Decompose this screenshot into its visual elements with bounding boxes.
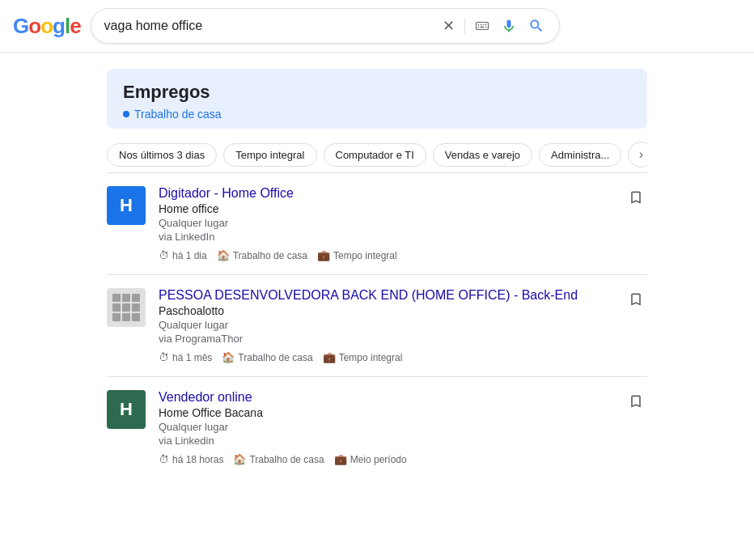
job-title-1[interactable]: Digitador - Home Office — [159, 186, 612, 201]
filter-chip-5[interactable]: Administra... — [539, 143, 621, 167]
job-info-3: Vendedor online Home Office Bacana Qualq… — [159, 390, 612, 465]
meta-type-2: 💼 Tempo integral — [323, 351, 403, 363]
svg-rect-1 — [477, 24, 479, 26]
job-company-3: Home Office Bacana — [159, 406, 612, 419]
house-icon: 🏠 — [222, 351, 235, 363]
header: Google ✕ — [0, 0, 754, 53]
main-content: Empregos Trabalho de casa Nos últimos 3 … — [94, 53, 660, 494]
house-icon: 🏠 — [217, 249, 230, 261]
job-location-3: Qualquer lugar — [159, 421, 612, 433]
bag-icon: 💼 — [334, 453, 347, 465]
clock-icon: ⏱ — [159, 351, 169, 363]
search-input[interactable] — [104, 19, 433, 33]
job-source-3: via Linkedin — [159, 435, 612, 447]
bag-icon: 💼 — [317, 249, 330, 261]
divider — [464, 18, 465, 34]
svg-rect-4 — [485, 24, 486, 26]
svg-rect-3 — [482, 24, 484, 26]
jobs-subtitle-text: Trabalho de casa — [134, 108, 222, 121]
search-bar: ✕ — [91, 8, 560, 44]
svg-rect-6 — [480, 27, 484, 28]
meta-work-2: 🏠 Trabalho de casa — [222, 351, 312, 363]
job-meta-1: ⏱ há 1 dia 🏠 Trabalho de casa 💼 Tempo in… — [159, 249, 612, 261]
bookmark-button-3[interactable] — [625, 390, 647, 417]
blue-dot — [123, 111, 129, 117]
logo-grid — [107, 288, 146, 327]
filter-chip-2[interactable]: Tempo integral — [223, 143, 316, 167]
clear-button[interactable]: ✕ — [441, 15, 456, 36]
meta-work-3: 🏠 Trabalho de casa — [233, 453, 324, 465]
meta-type-1: 💼 Tempo integral — [317, 249, 397, 261]
jobs-panel: Empregos Trabalho de casa — [107, 69, 647, 129]
job-source-1: via LinkedIn — [159, 231, 612, 243]
filter-chip-4[interactable]: Vendas e varejo — [433, 143, 532, 167]
meta-type-3: 💼 Meio período — [334, 453, 407, 465]
table-row: H Digitador - Home Office Home office Qu… — [107, 172, 647, 274]
meta-work-1: 🏠 Trabalho de casa — [217, 249, 307, 261]
meta-time-2: ⏱ há 1 mês — [159, 351, 212, 363]
job-location-2: Qualquer lugar — [159, 319, 612, 331]
table-row: H Vendedor online Home Office Bacana Qua… — [107, 376, 647, 478]
job-company-2: Paschoalotto — [159, 304, 612, 317]
clock-icon: ⏱ — [159, 453, 169, 465]
house-icon: 🏠 — [233, 453, 246, 465]
job-company-1: Home office — [159, 202, 612, 215]
job-meta-3: ⏱ há 18 horas 🏠 Trabalho de casa 💼 Meio … — [159, 453, 612, 465]
svg-rect-5 — [477, 27, 479, 28]
job-info-2: PESSOA DESENVOLVEDORA BACK END (HOME OFF… — [159, 288, 612, 363]
filter-chip-1[interactable]: Nos últimos 3 dias — [107, 143, 217, 167]
job-title-2[interactable]: PESSOA DESENVOLVEDORA BACK END (HOME OFF… — [159, 288, 612, 303]
filter-chips: Nos últimos 3 dias Tempo integral Comput… — [107, 142, 647, 168]
search-button[interactable] — [527, 16, 546, 36]
job-location-1: Qualquer lugar — [159, 217, 612, 229]
meta-time-1: ⏱ há 1 dia — [159, 249, 207, 261]
bag-icon: 💼 — [323, 351, 336, 363]
google-logo: Google — [13, 14, 81, 39]
jobs-list: H Digitador - Home Office Home office Qu… — [107, 172, 647, 478]
job-logo-2 — [107, 288, 146, 327]
mic-icon[interactable] — [499, 16, 519, 36]
svg-rect-7 — [485, 27, 486, 28]
meta-time-3: ⏱ há 18 horas — [159, 453, 223, 465]
svg-rect-2 — [480, 24, 481, 26]
grid-icon — [112, 294, 140, 321]
jobs-subtitle: Trabalho de casa — [123, 108, 631, 121]
bookmark-button-2[interactable] — [625, 288, 647, 315]
filter-chip-3[interactable]: Computador e TI — [324, 143, 426, 167]
jobs-title: Empregos — [123, 82, 631, 103]
clock-icon: ⏱ — [159, 249, 169, 261]
job-logo-3: H — [107, 390, 146, 429]
job-title-3[interactable]: Vendedor online — [159, 390, 612, 405]
table-row: PESSOA DESENVOLVEDORA BACK END (HOME OFF… — [107, 274, 647, 376]
job-logo-1: H — [107, 186, 146, 225]
search-icons: ✕ — [441, 15, 546, 36]
job-source-2: via ProgramaThor — [159, 333, 612, 345]
filters-next-button[interactable]: › — [628, 142, 647, 168]
job-meta-2: ⏱ há 1 mês 🏠 Trabalho de casa 💼 Tempo in… — [159, 351, 612, 363]
job-info-1: Digitador - Home Office Home office Qual… — [159, 186, 612, 261]
bookmark-button-1[interactable] — [625, 186, 647, 213]
keyboard-icon[interactable] — [473, 17, 491, 35]
svg-rect-0 — [476, 23, 488, 30]
